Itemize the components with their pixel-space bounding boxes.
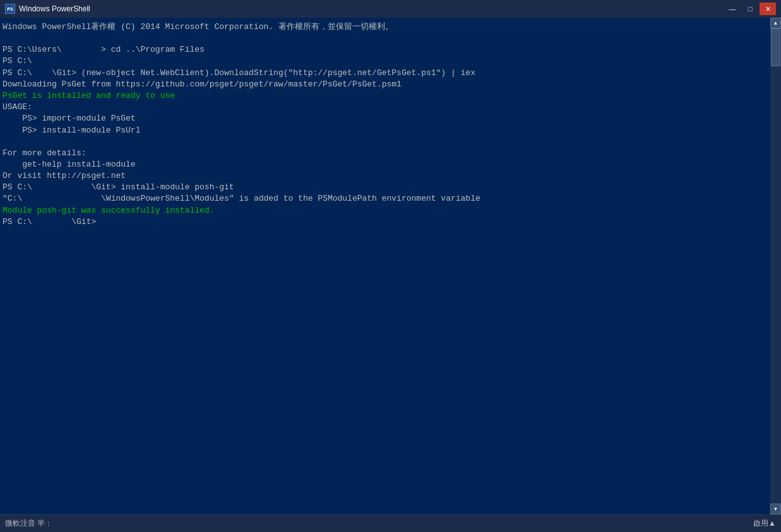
terminal-line: PsGet is installed and ready to use xyxy=(3,90,768,102)
ps-logo: PS xyxy=(5,4,15,14)
terminal-line xyxy=(3,136,768,148)
title-bar-left: PS Windows PowerShell xyxy=(5,4,90,14)
title-bar: PS Windows PowerShell — □ ✕ xyxy=(0,0,781,18)
scroll-track[interactable] xyxy=(770,28,781,504)
terminal-line: USAGE: xyxy=(3,102,768,113)
close-button[interactable]: ✕ xyxy=(760,3,776,15)
terminal-line: PS C:\████████\Git> xyxy=(3,216,768,228)
ime-status: 微軟注音 半： xyxy=(5,518,52,529)
scroll-down-button[interactable]: ▼ xyxy=(770,504,781,514)
window-title: Windows PowerShell xyxy=(19,4,90,13)
terminal-line: PS C:\████████ xyxy=(3,56,768,67)
scrollbar[interactable]: ▲ ▼ xyxy=(770,18,781,514)
terminal-line: "C:\████████████████\WindowsPowerShell\M… xyxy=(3,193,768,204)
terminal-line: Or visit http://psget.net xyxy=(3,170,768,182)
terminal-line: PS C:\Users\████████> cd ..\Program File… xyxy=(3,44,768,56)
minimize-button[interactable]: — xyxy=(724,3,741,15)
terminal-line: Windows PowerShell著作權 (C) 2014 Microsoft… xyxy=(3,21,768,33)
terminal-line: PS> install-module PsUrl xyxy=(3,125,768,136)
terminal-line xyxy=(3,33,768,44)
scroll-up-button[interactable]: ▲ xyxy=(770,18,781,28)
window-controls: — □ ✕ xyxy=(724,3,776,15)
activation-status[interactable]: 啟用▲ xyxy=(753,518,776,529)
terminal-line: For more details: xyxy=(3,148,768,159)
powershell-icon: PS xyxy=(5,4,15,14)
terminal-line: PS> import-module PsGet xyxy=(3,113,768,124)
maximize-button[interactable]: □ xyxy=(742,3,758,15)
terminal-content[interactable]: Windows PowerShell著作權 (C) 2014 Microsoft… xyxy=(0,18,770,514)
terminal-line: Downloading PsGet from https://github.co… xyxy=(3,79,768,90)
main-area: Windows PowerShell著作權 (C) 2014 Microsoft… xyxy=(0,18,781,514)
status-bar: 微軟注音 半： 啟用▲ xyxy=(0,514,781,532)
scroll-thumb[interactable] xyxy=(771,28,780,66)
terminal-line: get-help install-module xyxy=(3,159,768,170)
terminal-line: Module posh-git was successfully install… xyxy=(3,205,768,216)
terminal-line: PS C:\████\Git> (new-object Net.WebClien… xyxy=(3,68,768,79)
terminal-line: PS C:\████████████\Git> install-module p… xyxy=(3,182,768,193)
